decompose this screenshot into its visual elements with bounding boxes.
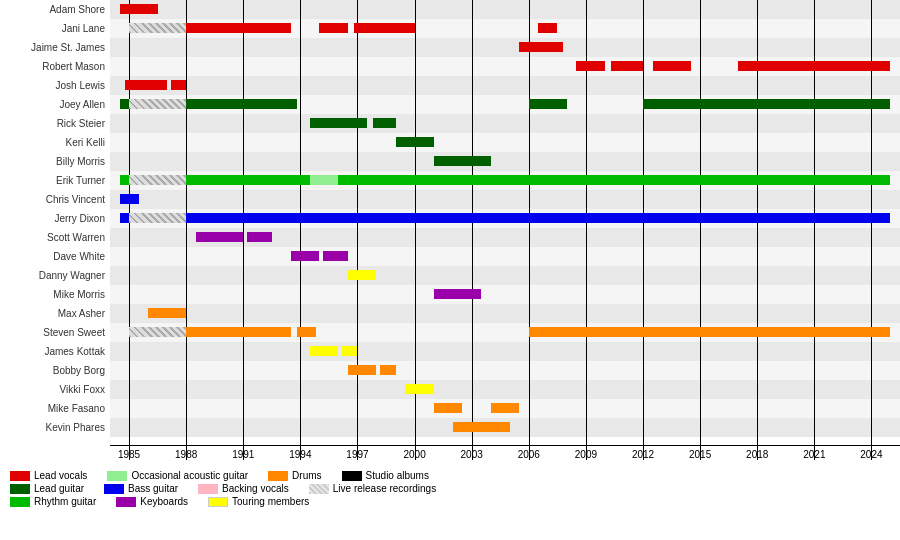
bar — [643, 99, 890, 109]
y-label-bobby-borg: Bobby Borg — [53, 365, 105, 376]
bar — [354, 23, 415, 33]
y-label-kevin-phares: Kevin Phares — [46, 422, 105, 433]
bar — [453, 422, 510, 432]
bar — [738, 61, 890, 71]
y-labels: Adam ShoreJani LaneJaime St. JamesRobert… — [0, 0, 110, 460]
bar — [120, 194, 139, 204]
y-label-adam-shore: Adam Shore — [49, 4, 105, 15]
legend-touring-members: Touring members — [208, 496, 309, 507]
y-label-jani-lane: Jani Lane — [62, 23, 105, 34]
legend-keyboards: Keyboards — [116, 496, 188, 507]
legend-bass-guitar: Bass guitar — [104, 483, 178, 494]
bar — [348, 270, 377, 280]
bar — [519, 42, 563, 52]
bar — [177, 23, 291, 33]
bar — [120, 213, 891, 223]
bar — [177, 327, 291, 337]
bar — [247, 232, 272, 242]
bar — [310, 175, 339, 185]
legend-rhythm-guitar: Rhythm guitar — [10, 496, 96, 507]
striped-bar — [129, 327, 186, 337]
x-axis: 1985198819911994199720002003200620092012… — [110, 445, 900, 465]
bar — [310, 118, 367, 128]
bar — [342, 175, 357, 185]
legend-row-2: Lead guitar Bass guitar Backing vocals L… — [10, 483, 890, 494]
bar — [396, 137, 434, 147]
y-label-josh-lewis: Josh Lewis — [56, 80, 105, 91]
y-label-robert-mason: Robert Mason — [42, 61, 105, 72]
bar — [171, 80, 186, 90]
legend-live-recordings: Live release recordings — [309, 483, 436, 494]
bar — [319, 23, 348, 33]
bar — [148, 308, 186, 318]
bar — [538, 23, 557, 33]
legend-backing-vocals: Backing vocals — [198, 483, 289, 494]
y-label-vikki-foxx: Vikki Foxx — [60, 384, 105, 395]
bar — [342, 346, 357, 356]
legend-occasional-guitar: Occasional acoustic guitar — [107, 470, 248, 481]
bar — [120, 175, 891, 185]
striped-bar — [129, 23, 186, 33]
bar — [373, 118, 396, 128]
striped-bar — [129, 175, 186, 185]
y-label-jaime-st.-james: Jaime St. James — [31, 42, 105, 53]
bar — [653, 61, 691, 71]
bar — [291, 251, 320, 261]
y-label-chris-vincent: Chris Vincent — [46, 194, 105, 205]
chart-container: Adam ShoreJani LaneJaime St. JamesRobert… — [0, 0, 900, 540]
bar — [611, 61, 643, 71]
legend-row-3: Rhythm guitar Keyboards Touring members — [10, 496, 890, 507]
bar — [434, 156, 491, 166]
y-label-jerry-dixon: Jerry Dixon — [54, 213, 105, 224]
legend-lead-guitar: Lead guitar — [10, 483, 84, 494]
legend-studio-albums: Studio albums — [342, 470, 429, 481]
bar — [120, 4, 158, 14]
legend-drums: Drums — [268, 470, 321, 481]
y-label-keri-kelli: Keri Kelli — [66, 137, 105, 148]
bar — [434, 403, 463, 413]
y-label-joey-allen: Joey Allen — [59, 99, 105, 110]
y-label-mike-morris: Mike Morris — [53, 289, 105, 300]
y-label-dave-white: Dave White — [53, 251, 105, 262]
bar — [196, 232, 244, 242]
bar — [297, 327, 316, 337]
bar — [576, 61, 605, 71]
bar — [529, 327, 891, 337]
legend-lead-vocals: Lead vocals — [10, 470, 87, 481]
bar — [405, 384, 434, 394]
bar — [348, 365, 377, 375]
bar — [125, 80, 167, 90]
y-label-danny-wagner: Danny Wagner — [39, 270, 105, 281]
y-label-rick-steier: Rick Steier — [57, 118, 105, 129]
y-label-scott-warren: Scott Warren — [47, 232, 105, 243]
bar — [323, 251, 348, 261]
chart-area — [110, 0, 900, 460]
bar — [491, 403, 520, 413]
striped-bar — [129, 99, 186, 109]
bar — [529, 99, 567, 109]
y-label-mike-fasano: Mike Fasano — [48, 403, 105, 414]
y-label-james-kottak: James Kottak — [44, 346, 105, 357]
y-label-billy-morris: Billy Morris — [56, 156, 105, 167]
legend: Lead vocals Occasional acoustic guitar D… — [0, 465, 900, 540]
legend-row-1: Lead vocals Occasional acoustic guitar D… — [10, 470, 890, 481]
bar — [310, 346, 339, 356]
y-label-erik-turner: Erik Turner — [56, 175, 105, 186]
y-label-max-asher: Max Asher — [58, 308, 105, 319]
bar — [434, 289, 482, 299]
y-label-steven-sweet: Steven Sweet — [43, 327, 105, 338]
striped-bar — [129, 213, 186, 223]
bar — [380, 365, 395, 375]
